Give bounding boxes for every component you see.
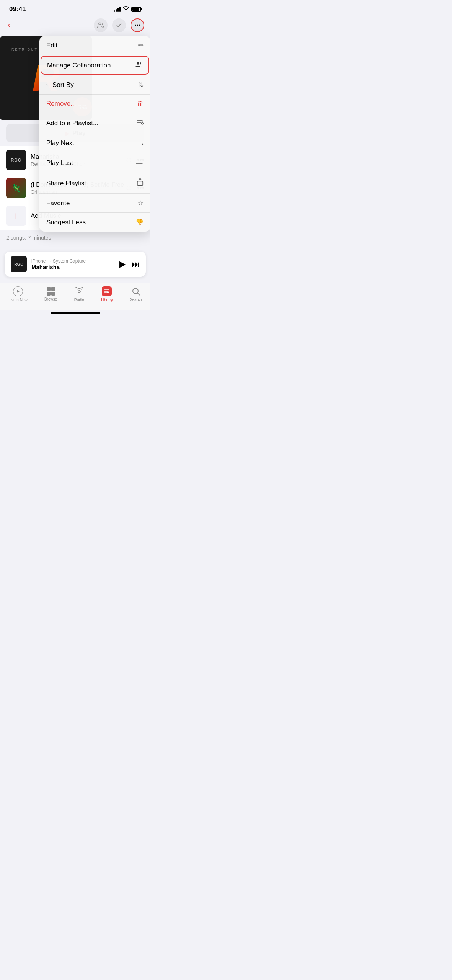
- menu-item-manage-collaboration[interactable]: Manage Collaboration...: [41, 56, 149, 75]
- header-actions: [94, 18, 144, 32]
- library-icon: [102, 286, 112, 296]
- svg-point-3: [139, 25, 140, 26]
- svg-point-18: [78, 291, 80, 293]
- add-music-plus-icon: +: [6, 206, 26, 226]
- menu-item-sort-label: Sort By: [52, 81, 74, 89]
- menu-item-edit-label: Edit: [46, 42, 57, 49]
- tab-bar: Listen Now Browse Radio: [0, 283, 150, 310]
- svg-point-8: [141, 122, 143, 124]
- mini-forward-button[interactable]: ⏭: [132, 260, 140, 269]
- svg-point-2: [137, 25, 138, 26]
- signal-icon: [114, 7, 121, 12]
- tab-search[interactable]: Search: [130, 287, 142, 302]
- mini-player-thumb: RGC: [11, 256, 27, 272]
- mini-player[interactable]: RGC iPhone → System Capture Maharisha ▶ …: [5, 252, 146, 277]
- browse-icon: [47, 287, 55, 296]
- menu-item-favorite[interactable]: Favorite ☆: [39, 194, 150, 213]
- check-icon: [116, 22, 122, 29]
- more-dots-icon: [134, 22, 141, 29]
- menu-play-last-icon: [135, 158, 144, 167]
- tab-browse-label: Browse: [44, 297, 57, 301]
- tab-listen-now[interactable]: Listen Now: [8, 286, 27, 302]
- menu-item-suggest-less[interactable]: Suggest Less 👎: [39, 213, 150, 232]
- menu-share-icon: [137, 178, 144, 188]
- mini-controls: ▶ ⏭: [119, 259, 140, 269]
- more-button[interactable]: [131, 18, 144, 32]
- listen-now-icon: [13, 286, 23, 296]
- menu-edit-icon: ✏: [138, 41, 144, 49]
- svg-point-1: [135, 25, 136, 26]
- menu-item-remove-label: Remove...: [46, 100, 76, 108]
- svg-line-25: [137, 293, 140, 296]
- menu-item-sort-by[interactable]: › Sort By ⇅: [39, 75, 150, 95]
- mini-player-title: Maharisha: [31, 264, 115, 270]
- mini-player-info: iPhone → System Capture Maharisha: [31, 258, 115, 270]
- menu-remove-icon: 🗑: [137, 100, 144, 108]
- track-thumb-0: RGC: [6, 150, 26, 170]
- people-button[interactable]: [94, 18, 108, 32]
- tab-library-label: Library: [101, 298, 113, 302]
- back-button[interactable]: ‹: [6, 19, 12, 32]
- menu-item-share-label: Share Playlist...: [46, 180, 91, 187]
- menu-item-sort-left: › Sort By: [46, 81, 74, 89]
- album-art-sublabel: RETRIBUT: [11, 47, 38, 51]
- radio-icon: [74, 287, 84, 296]
- tab-radio-label: Radio: [74, 298, 84, 302]
- svg-point-4: [137, 62, 139, 64]
- menu-item-favorite-label: Favorite: [46, 199, 70, 207]
- context-menu: Edit ✏ Manage Collaboration... › Sort By…: [39, 36, 150, 232]
- wifi-icon: [123, 6, 129, 13]
- menu-item-edit[interactable]: Edit ✏: [39, 36, 150, 55]
- mini-play-button[interactable]: ▶: [119, 259, 126, 269]
- songs-info-text: 2 songs, 7 minutes: [6, 235, 51, 241]
- menu-item-add-playlist-label: Add to a Playlist...: [46, 119, 98, 127]
- tab-search-label: Search: [130, 297, 142, 302]
- svg-marker-17: [17, 290, 20, 293]
- tab-browse[interactable]: Browse: [44, 287, 57, 301]
- home-indicator: [51, 312, 100, 314]
- menu-favorite-icon: ☆: [138, 199, 144, 207]
- menu-item-play-last-label: Play Last: [46, 159, 73, 167]
- track-thumb-img-1: 🦎: [6, 178, 26, 198]
- mini-capture-text: iPhone → System Capture: [31, 258, 115, 264]
- people-icon: [97, 22, 104, 29]
- tab-library[interactable]: Library: [101, 286, 113, 302]
- songs-info: 2 songs, 7 minutes: [0, 230, 150, 245]
- track-thumb-1: 🦎: [6, 178, 26, 198]
- status-icons: [114, 6, 141, 13]
- battery-icon: [131, 7, 141, 12]
- menu-item-remove[interactable]: Remove... 🗑: [39, 95, 150, 113]
- menu-play-next-icon: [136, 139, 144, 147]
- album-section: RETRIBUT R GADGET HACKS Edit ✏ Manage Co…: [0, 36, 150, 120]
- menu-sort-icon: ⇅: [138, 81, 144, 89]
- status-bar: 09:41: [0, 0, 150, 16]
- header: ‹: [0, 16, 150, 36]
- menu-item-suggest-less-label: Suggest Less: [46, 219, 86, 226]
- menu-item-play-last[interactable]: Play Last: [39, 153, 150, 173]
- svg-point-0: [99, 23, 101, 25]
- menu-item-share-playlist[interactable]: Share Playlist...: [39, 173, 150, 194]
- menu-add-playlist-icon: [136, 119, 144, 127]
- mini-thumb-label: RGC: [14, 262, 23, 266]
- svg-rect-19: [104, 289, 109, 290]
- tab-listen-now-label: Listen Now: [8, 298, 27, 302]
- menu-collaboration-icon: [135, 61, 143, 69]
- menu-suggest-less-icon: 👎: [135, 218, 144, 226]
- track-thumb-img-0: RGC: [6, 150, 26, 170]
- sort-chevron-icon: ›: [46, 82, 48, 88]
- svg-point-24: [133, 288, 138, 294]
- menu-item-collaboration-label: Manage Collaboration...: [47, 62, 116, 69]
- check-button[interactable]: [112, 18, 126, 32]
- tab-radio[interactable]: Radio: [74, 287, 84, 302]
- search-icon: [131, 287, 140, 296]
- menu-item-add-playlist[interactable]: Add to a Playlist...: [39, 113, 150, 133]
- menu-item-play-next[interactable]: Play Next: [39, 133, 150, 153]
- menu-item-play-next-label: Play Next: [46, 139, 74, 147]
- status-time: 09:41: [9, 5, 26, 13]
